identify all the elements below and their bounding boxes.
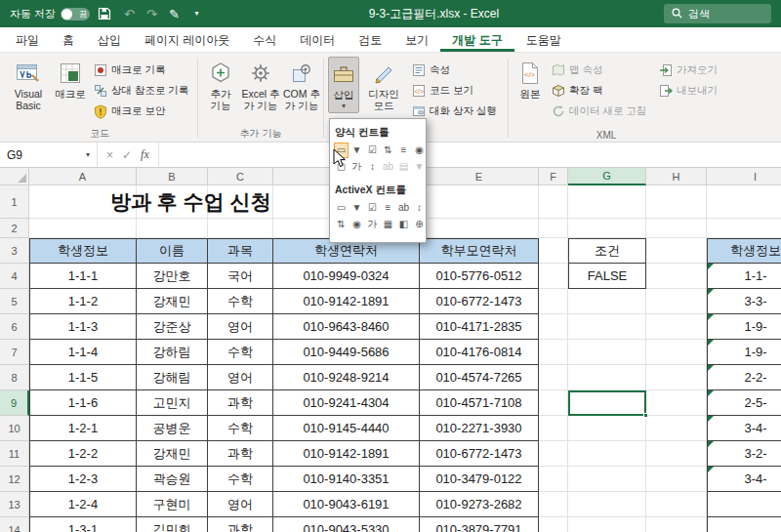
combo-box-control-icon[interactable]: ▼ xyxy=(349,200,364,216)
com-addins-button[interactable]: COM 추가 기능 xyxy=(282,57,321,114)
tab-파일[interactable]: 파일 xyxy=(4,27,51,52)
cell-G5[interactable] xyxy=(568,289,646,314)
redo-icon[interactable]: ↷ xyxy=(144,7,159,21)
cell-B14[interactable]: 김민희 xyxy=(137,517,208,532)
cell-B3[interactable]: 이름 xyxy=(137,238,208,264)
cell-H5[interactable] xyxy=(646,289,707,314)
cell-I13[interactable] xyxy=(707,492,781,517)
active-cell-selection[interactable] xyxy=(568,390,646,416)
tab-페이지 레이아웃[interactable]: 페이지 레이아웃 xyxy=(133,27,241,52)
autosave-toggle[interactable]: 끔 xyxy=(61,8,90,20)
cell-E6[interactable]: 010-4171-2835 xyxy=(420,314,539,340)
cell-F9[interactable] xyxy=(539,390,568,416)
cell-G13[interactable] xyxy=(568,492,646,517)
cell-B7[interactable]: 강하림 xyxy=(137,340,208,365)
row-header-14[interactable]: 14 xyxy=(0,517,29,532)
cell-G2[interactable] xyxy=(568,219,646,238)
combo-box-control-icon[interactable]: ▼ xyxy=(349,143,364,158)
cell-D11[interactable]: 010-9142-1891 xyxy=(273,441,420,467)
cell-G4[interactable]: FALSE xyxy=(568,264,646,289)
tab-수식[interactable]: 수식 xyxy=(241,27,288,52)
enter-icon[interactable]: ✓ xyxy=(122,148,132,162)
row-header-7[interactable]: 7 xyxy=(0,340,29,365)
tab-삽입[interactable]: 삽입 xyxy=(86,27,133,52)
cell-E2[interactable] xyxy=(420,219,539,238)
cell-C3[interactable]: 과목 xyxy=(208,238,273,264)
cell-C7[interactable]: 수학 xyxy=(208,340,273,365)
cell-A12[interactable]: 1-2-3 xyxy=(29,467,137,492)
cell-B6[interactable]: 강준상 xyxy=(137,314,208,340)
cell-F13[interactable] xyxy=(539,492,568,517)
row-header-12[interactable]: 12 xyxy=(0,467,29,492)
cell-F14[interactable] xyxy=(539,517,568,532)
cell-F3[interactable] xyxy=(539,238,568,264)
qat-customize-chevron-icon[interactable]: ▾ xyxy=(189,7,204,21)
cell-C5[interactable]: 수학 xyxy=(208,289,273,314)
cell-E14[interactable]: 010-3879-7791 xyxy=(420,517,539,532)
column-header-F[interactable]: F xyxy=(539,168,568,185)
cell-D5[interactable]: 010-9142-1891 xyxy=(273,289,420,314)
cell-I5[interactable]: 3-3- xyxy=(707,289,781,314)
cell-H9[interactable] xyxy=(646,390,707,416)
cell-F11[interactable] xyxy=(539,441,568,467)
more-controls-control-icon[interactable]: ⊕ xyxy=(412,217,427,232)
properties-button[interactable]: 속성 xyxy=(408,61,500,80)
cell-E9[interactable]: 010-4571-7108 xyxy=(420,390,539,416)
formula-input[interactable] xyxy=(159,143,781,167)
option-button-control-icon[interactable]: ◉ xyxy=(349,217,364,232)
cell-C14[interactable]: 과학 xyxy=(208,517,273,532)
cell-C6[interactable]: 영어 xyxy=(208,314,273,340)
expansion-packs-button[interactable]: 확장 팩 xyxy=(548,81,649,101)
column-header-A[interactable]: A xyxy=(29,168,137,185)
cell-A13[interactable]: 1-2-4 xyxy=(29,492,137,517)
cell-B8[interactable]: 강해림 xyxy=(137,365,208,390)
export-button[interactable]: 내보내기 xyxy=(655,81,720,101)
cell-I7[interactable]: 1-9- xyxy=(707,340,781,365)
tab-데이터[interactable]: 데이터 xyxy=(288,27,347,52)
column-header-C[interactable]: C xyxy=(208,168,273,185)
addins-button[interactable]: 추가 기능 xyxy=(202,57,239,114)
cell-G8[interactable] xyxy=(568,365,646,390)
cell-F1[interactable] xyxy=(539,185,568,219)
cell-I11[interactable]: 3-2- xyxy=(707,441,781,467)
cell-I2[interactable] xyxy=(707,219,781,238)
save-icon[interactable] xyxy=(97,7,111,21)
checkbox-control-icon[interactable]: ☑ xyxy=(365,200,380,216)
cell-H3[interactable] xyxy=(646,238,707,264)
import-button[interactable]: 가져오기 xyxy=(655,61,720,80)
text-field-control-icon[interactable]: ab xyxy=(381,159,395,175)
cell-C4[interactable]: 국어 xyxy=(208,264,273,289)
column-header-E[interactable]: E xyxy=(420,168,539,185)
label-control-icon[interactable]: 가 xyxy=(365,217,380,232)
visual-basic-button[interactable]: Visual Basic xyxy=(6,57,51,114)
checkbox-control-icon[interactable]: ☑ xyxy=(365,143,380,158)
list-box-control-icon[interactable]: ≡ xyxy=(396,143,411,158)
cell-G7[interactable] xyxy=(568,340,646,365)
cell-D4[interactable]: 010-9949-0324 xyxy=(273,264,420,289)
relative-references-button[interactable]: 상대 참조로 기록 xyxy=(90,81,191,101)
cell-G11[interactable] xyxy=(568,441,646,467)
row-header-6[interactable]: 6 xyxy=(0,314,29,340)
cell-A4[interactable]: 1-1-1 xyxy=(29,264,137,289)
cell-H6[interactable] xyxy=(646,314,707,340)
cell-B4[interactable]: 강만호 xyxy=(137,264,208,289)
cell-I14[interactable] xyxy=(707,517,781,532)
cell-E7[interactable]: 010-4176-0814 xyxy=(420,340,539,365)
cell-G14[interactable] xyxy=(568,517,646,532)
cell-H13[interactable] xyxy=(646,492,707,517)
row-header-5[interactable]: 5 xyxy=(0,289,29,314)
cell-G6[interactable] xyxy=(568,314,646,340)
tab-도움말[interactable]: 도움말 xyxy=(514,27,573,52)
row-header-11[interactable]: 11 xyxy=(0,441,29,467)
tab-보기[interactable]: 보기 xyxy=(393,27,440,52)
row-header-2[interactable]: 2 xyxy=(0,219,29,238)
toggle-button-control-icon[interactable]: ◧ xyxy=(396,217,411,232)
cell-I6[interactable]: 1-9- xyxy=(707,314,781,340)
text-box-control-icon[interactable]: ab xyxy=(396,200,411,216)
spin-button-control-icon[interactable]: ⇅ xyxy=(334,217,349,232)
cell-C9[interactable]: 과학 xyxy=(208,390,273,416)
cell-D6[interactable]: 010-9643-8460 xyxy=(273,314,420,340)
cell-B13[interactable]: 구현미 xyxy=(137,492,208,517)
cell-A9[interactable]: 1-1-6 xyxy=(29,390,137,416)
combo-list-control-icon[interactable]: ▤ xyxy=(396,159,411,175)
